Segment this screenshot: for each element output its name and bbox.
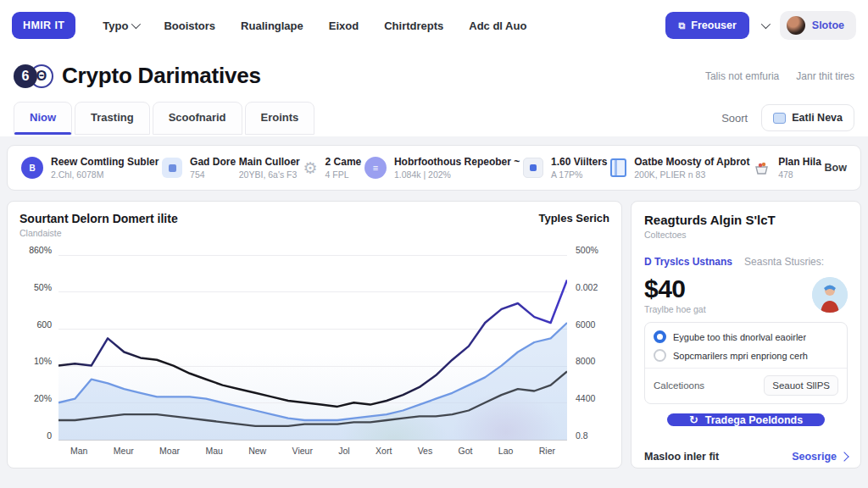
gear-icon: ⚙ bbox=[303, 158, 318, 178]
seauot-sllps-button[interactable]: Seauot SllPS bbox=[764, 375, 838, 396]
stat-item[interactable]: ⚙ 2 Came 4 FPL bbox=[303, 156, 362, 180]
avatar bbox=[787, 16, 805, 35]
tab-trasting[interactable]: Trasting bbox=[75, 102, 150, 135]
nav-item-eixod[interactable]: Eixod bbox=[329, 19, 359, 32]
book-icon bbox=[610, 158, 626, 177]
stat-item[interactable]: 1.60 Viilters A 17P% bbox=[523, 156, 608, 180]
calculations-label: Calcetioons bbox=[654, 380, 704, 391]
stat-item[interactable]: Oatbe Moosty of Apbrot 200K, PLIER n 83 bbox=[610, 156, 749, 180]
panel-avatar bbox=[812, 277, 848, 313]
radio-selected-icon[interactable] bbox=[654, 330, 666, 343]
chevron-down-icon bbox=[131, 19, 141, 29]
chart-subtitle: Clandaiste bbox=[19, 228, 178, 238]
price-subtitle: Traylbe hoe gat bbox=[644, 304, 706, 314]
chart-title: Sourtant Delorn Domert ilite bbox=[19, 212, 178, 225]
sort-control[interactable]: Soort bbox=[721, 112, 748, 125]
panel-subtitle: Coltectoes bbox=[644, 230, 848, 240]
tab-scoofnarid[interactable]: Scoofnarid bbox=[153, 102, 242, 135]
panel-icon bbox=[773, 113, 786, 124]
main-menu: Typo Booistors Rualinglape Eixod Chirtdr… bbox=[103, 19, 665, 32]
menu-circle-icon: ≡ bbox=[364, 157, 387, 179]
stat-item[interactable]: Gad Dore 754 bbox=[162, 156, 236, 180]
y-axis-right: 500%0.002 60008000 44000.8 bbox=[567, 245, 609, 441]
rewards-panel: Reagturds Algin S'lcT Coltectoes D Trysl… bbox=[631, 201, 861, 469]
nav-item-booistors[interactable]: Booistors bbox=[164, 19, 215, 32]
footer-label: Masloo inler fit bbox=[644, 451, 719, 463]
price-value: $40 bbox=[644, 274, 706, 303]
profile-button[interactable]: Slotoe bbox=[780, 11, 856, 40]
flag-icon bbox=[523, 158, 543, 178]
freouser-button[interactable]: ⧉ Freouser bbox=[665, 12, 748, 39]
chevron-down-icon[interactable] bbox=[761, 19, 771, 29]
card-icon bbox=[162, 158, 182, 178]
nav-item-rualinglape[interactable]: Rualinglape bbox=[241, 19, 303, 32]
chart-svg bbox=[58, 245, 567, 440]
stats-bar: B Reew Comtling Subler 2.Chl, 6078M Gad … bbox=[7, 145, 861, 191]
nav-item-chirtdrepts[interactable]: Chirtdrepts bbox=[384, 19, 443, 32]
tab-niow[interactable]: Niow bbox=[14, 102, 72, 135]
stat-item[interactable]: Main Culloer 20YBI, 6a's F3 bbox=[239, 156, 300, 180]
stat-item[interactable]: B Reew Comtling Subler 2.Chl, 6078M bbox=[21, 156, 159, 180]
window-icon: ⧉ bbox=[678, 20, 685, 31]
stat-item[interactable]: ≡ Hobrfoothous Repeober ~ 1.084k | 202% bbox=[364, 156, 520, 180]
eatli-neva-button[interactable]: Eatli Neva bbox=[761, 104, 854, 131]
section-tabs: Niow Trasting Scoofnarid Eroints Soort E… bbox=[0, 92, 868, 136]
line-chart-plot[interactable] bbox=[58, 245, 567, 441]
panel-tab-seasnta[interactable]: Seasnta Stusries: bbox=[744, 256, 824, 268]
radio-unselected-icon[interactable] bbox=[654, 349, 666, 362]
main-content: Sourtant Delorn Domert ilite Clandaiste … bbox=[7, 201, 861, 469]
stats-more-link[interactable]: Bow bbox=[825, 162, 847, 174]
trade-positions-button[interactable]: ↻ Tradega Poeldonds bbox=[667, 413, 825, 426]
option-row-2[interactable]: Sopcmarilers mpri enpriong cerh bbox=[654, 349, 838, 362]
header-link-2[interactable]: Janr thit tires bbox=[796, 70, 854, 82]
top-navigation: HMIR IT Typo Booistors Rualinglape Eixod… bbox=[0, 0, 868, 51]
options-box: Eygube too this dnorlval eaoirler Sopcma… bbox=[644, 322, 848, 404]
tab-eroints[interactable]: Eroints bbox=[245, 102, 315, 135]
basket-icon bbox=[753, 159, 771, 177]
refresh-icon: ↻ bbox=[689, 413, 698, 426]
option-row-1[interactable]: Eygube too this dnorlval eaoirler bbox=[654, 330, 838, 343]
chevron-right-icon bbox=[839, 452, 849, 461]
nav-item-adcdlauo[interactable]: Adc dl Auo bbox=[469, 19, 526, 32]
page-header: 6 Θ Crypto Darimatives Talis not emfuria… bbox=[0, 51, 868, 92]
nav-right-actions: ⧉ Freouser Slotoe bbox=[665, 11, 856, 40]
page-title: Crypto Darimatives bbox=[62, 63, 261, 89]
coin-icon-primary: 6 bbox=[14, 64, 37, 88]
stat-item[interactable]: Plan Hila 478 bbox=[753, 156, 821, 180]
y-axis-left: 860%50% 60010% 20%0 bbox=[19, 245, 58, 441]
x-axis: ManMeur MoarMau NewVieur JolXort VesGot … bbox=[58, 441, 567, 461]
coin-circle-icon: B bbox=[21, 157, 43, 179]
header-link-1[interactable]: Talis not emfuria bbox=[705, 70, 779, 82]
chart-type-selector[interactable]: Typles Serich bbox=[538, 212, 609, 225]
panel-tab-tryslcs[interactable]: D Tryslcs Ustnans bbox=[644, 256, 732, 268]
panel-title: Reagturds Algin S'lcT bbox=[644, 213, 848, 227]
nav-item-typo[interactable]: Typo bbox=[103, 19, 138, 32]
footer-link[interactable]: Seosrige bbox=[792, 451, 848, 463]
chart-card: Sourtant Delorn Domert ilite Clandaiste … bbox=[7, 201, 622, 469]
app-logo[interactable]: HMIR IT bbox=[12, 12, 75, 39]
